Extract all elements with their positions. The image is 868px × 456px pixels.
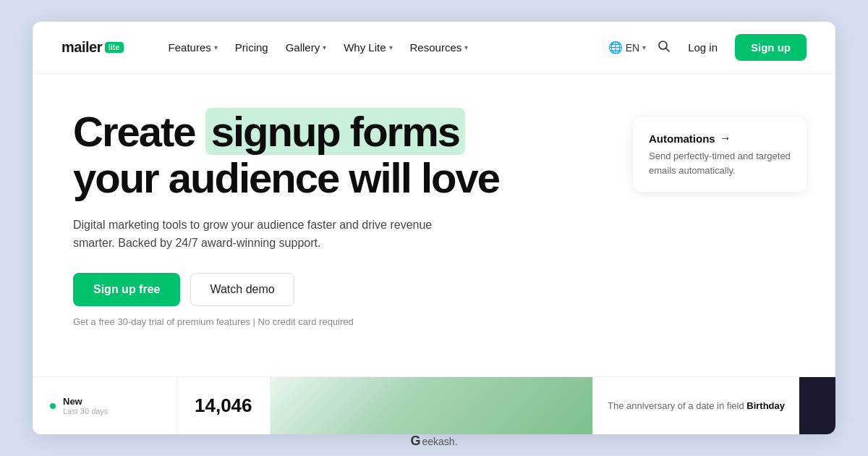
nav-resources[interactable]: Resources ▾	[403, 37, 476, 58]
chevron-down-icon: ▾	[389, 43, 393, 51]
nav-pricing[interactable]: Pricing	[228, 37, 276, 58]
watch-demo-button[interactable]: Watch demo	[190, 273, 294, 306]
trial-text: Get a free 30-day trial of premium featu…	[73, 316, 565, 327]
chevron-down-icon: ▾	[214, 43, 218, 51]
hero-highlight: signup forms	[205, 108, 465, 155]
strip-right-text: The anniversary of a date in field Birth…	[608, 400, 785, 411]
strip-number: 14,046	[177, 377, 271, 434]
nav-features[interactable]: Features ▾	[161, 37, 225, 58]
side-card-title: Automations →	[649, 132, 791, 145]
side-card-description: Send perfectly-timed and targeted emails…	[649, 149, 791, 177]
strip-status: New Last 30 days	[33, 377, 177, 434]
watermark: G eekash.	[410, 434, 457, 449]
main-content: Create signup forms your audience will l…	[33, 74, 835, 434]
signup-button[interactable]: Sign up	[735, 34, 807, 61]
cta-row: Sign up free Watch demo	[73, 273, 565, 306]
strip-right: The anniversary of a date in field Birth…	[592, 377, 799, 434]
navbar: mailer lite Features ▾ Pricing Gallery ▾…	[33, 22, 835, 74]
nav-right: 🌐 EN ▾ Log in Sign up	[608, 34, 807, 61]
strip-chart	[271, 377, 593, 434]
nav-links: Features ▾ Pricing Gallery ▾ Why Lite ▾ …	[161, 37, 582, 58]
nav-gallery[interactable]: Gallery ▾	[278, 37, 334, 58]
logo-badge: lite	[105, 42, 124, 53]
search-button[interactable]	[658, 40, 671, 55]
hero-section: Create signup forms your audience will l…	[73, 109, 565, 342]
strip-label: New	[63, 396, 108, 407]
login-button[interactable]: Log in	[682, 37, 723, 58]
globe-icon: 🌐	[608, 41, 623, 54]
arrow-icon: →	[720, 132, 731, 145]
logo[interactable]: mailer lite	[61, 39, 124, 56]
svg-line-1	[666, 48, 670, 52]
chevron-down-icon: ▾	[642, 43, 646, 51]
bottom-strip: New Last 30 days 14,046 The anniversary …	[33, 376, 835, 434]
chevron-down-icon: ▾	[323, 43, 326, 51]
browser-window: mailer lite Features ▾ Pricing Gallery ▾…	[33, 22, 835, 434]
signup-free-button[interactable]: Sign up free	[73, 273, 180, 306]
status-dot	[50, 403, 56, 409]
automations-card[interactable]: Automations → Send perfectly-timed and t…	[633, 117, 807, 192]
nav-why-lite[interactable]: Why Lite ▾	[336, 37, 399, 58]
dark-card	[799, 377, 835, 434]
strip-right-bold: Birthday	[746, 400, 785, 411]
strip-sublabel: Last 30 days	[63, 407, 108, 415]
hero-title: Create signup forms your audience will l…	[73, 109, 565, 201]
language-selector[interactable]: 🌐 EN ▾	[608, 41, 646, 54]
logo-text: mailer	[61, 39, 102, 56]
chevron-down-icon: ▾	[464, 43, 468, 51]
hero-subtitle: Digital marketing tools to grow your aud…	[73, 216, 449, 253]
